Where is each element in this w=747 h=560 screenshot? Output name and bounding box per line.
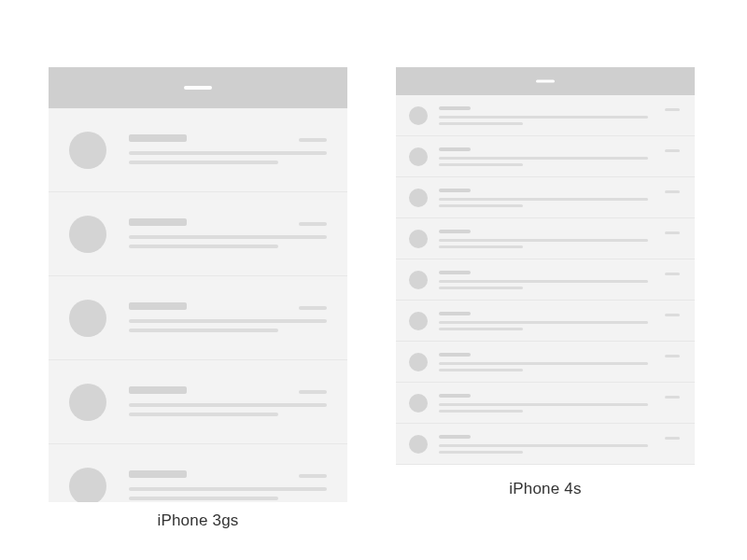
list (396, 95, 695, 465)
text-line-placeholder (439, 245, 523, 248)
text-line-placeholder (129, 319, 327, 323)
title-placeholder (129, 302, 187, 310)
meta-placeholder (299, 390, 327, 394)
avatar-placeholder (409, 147, 428, 166)
caption-left: iPhone 3gs (49, 511, 347, 530)
avatar-placeholder (409, 189, 428, 207)
avatar-placeholder (409, 394, 428, 413)
title-placeholder (439, 353, 471, 357)
text-line-placeholder (439, 204, 523, 207)
text-line-placeholder (439, 444, 648, 447)
list-item (396, 95, 695, 136)
list-item (396, 424, 695, 465)
meta-placeholder (299, 138, 327, 142)
list-item (49, 360, 347, 444)
meta-placeholder (299, 306, 327, 310)
title-placeholder (129, 134, 187, 142)
avatar-placeholder (69, 132, 106, 169)
meta-placeholder (665, 108, 680, 111)
text-line-placeholder (129, 161, 278, 164)
list-item (396, 342, 695, 383)
text-line-placeholder (439, 163, 523, 166)
nav-title-placeholder (536, 80, 555, 83)
meta-placeholder (665, 314, 680, 316)
title-placeholder (439, 230, 471, 233)
text-line-placeholder (129, 245, 278, 248)
list-item (49, 108, 347, 192)
list-item (396, 383, 695, 424)
text-line-placeholder (129, 487, 327, 491)
text-line-placeholder (439, 122, 523, 125)
text-line-placeholder (439, 116, 648, 119)
list-item (396, 259, 695, 301)
avatar-placeholder (69, 384, 106, 421)
title-placeholder (439, 106, 471, 110)
text-line-placeholder (439, 239, 648, 242)
text-line-placeholder (439, 369, 523, 371)
list (49, 108, 347, 502)
comparison-diagram: iPhone 3gs iPhone 4s (0, 0, 747, 560)
title-placeholder (439, 435, 471, 439)
title-placeholder (439, 312, 471, 315)
avatar-placeholder (69, 300, 106, 337)
meta-placeholder (665, 231, 680, 234)
list-item (396, 218, 695, 259)
list-item (49, 192, 347, 276)
text-line-placeholder (439, 198, 648, 201)
text-line-placeholder (439, 157, 648, 160)
list-item (396, 301, 695, 342)
avatar-placeholder (409, 271, 428, 289)
text-line-placeholder (129, 235, 327, 239)
text-line-placeholder (129, 151, 327, 155)
text-line-placeholder (129, 403, 327, 407)
text-line-placeholder (439, 321, 648, 324)
title-placeholder (439, 147, 471, 151)
caption-right: iPhone 4s (396, 480, 695, 498)
nav-bar (49, 67, 347, 108)
avatar-placeholder (69, 468, 106, 502)
title-placeholder (129, 218, 187, 226)
text-line-placeholder (439, 362, 648, 365)
meta-placeholder (299, 474, 327, 478)
device-mockup-left (49, 67, 347, 502)
text-line-placeholder (129, 329, 278, 332)
avatar-placeholder (409, 435, 428, 454)
title-placeholder (439, 394, 471, 398)
meta-placeholder (665, 437, 680, 440)
meta-placeholder (665, 396, 680, 399)
meta-placeholder (299, 222, 327, 226)
meta-placeholder (665, 273, 680, 275)
nav-bar (396, 67, 695, 95)
title-placeholder (129, 386, 187, 394)
nav-title-placeholder (184, 86, 212, 90)
list-item (49, 276, 347, 360)
title-placeholder (129, 470, 187, 478)
text-line-placeholder (439, 280, 648, 283)
text-line-placeholder (439, 287, 523, 289)
text-line-placeholder (129, 413, 278, 416)
title-placeholder (439, 271, 471, 274)
avatar-placeholder (409, 230, 428, 248)
text-line-placeholder (129, 497, 278, 500)
text-line-placeholder (439, 328, 523, 330)
list-item (49, 444, 347, 502)
title-placeholder (439, 189, 471, 192)
avatar-placeholder (409, 106, 428, 125)
text-line-placeholder (439, 403, 648, 406)
list-item (396, 136, 695, 177)
meta-placeholder (665, 149, 680, 152)
avatar-placeholder (409, 312, 428, 330)
text-line-placeholder (439, 451, 523, 454)
list-item (396, 177, 695, 218)
meta-placeholder (665, 190, 680, 193)
meta-placeholder (665, 355, 680, 357)
device-mockup-right (396, 67, 695, 465)
text-line-placeholder (439, 410, 523, 413)
avatar-placeholder (409, 353, 428, 371)
avatar-placeholder (69, 216, 106, 253)
